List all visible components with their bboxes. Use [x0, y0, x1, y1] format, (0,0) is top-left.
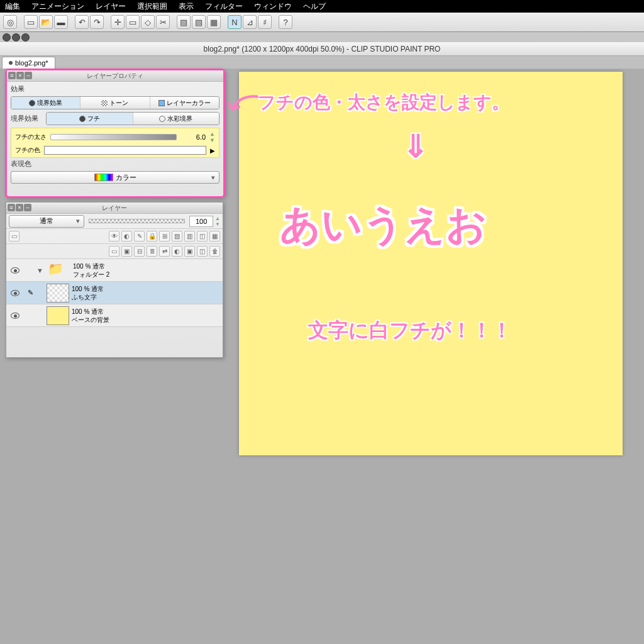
menu-edit[interactable]: 編集	[5, 1, 20, 12]
clip-icon[interactable]: ▭	[9, 231, 19, 242]
close-icon[interactable]	[3, 33, 11, 42]
crosshair-icon[interactable]: ✛	[111, 15, 125, 29]
blend-mode-dropdown[interactable]: 通常	[9, 215, 84, 228]
mask-icon[interactable]: ◐	[121, 231, 132, 242]
minimize-icon[interactable]	[12, 33, 20, 42]
thickness-slider[interactable]	[50, 134, 177, 140]
menu-window[interactable]: ウィンドウ	[254, 1, 292, 12]
ruler2-icon[interactable]: ▨	[172, 231, 182, 242]
layer-row[interactable]: 100 % 通常ベースの背景	[6, 304, 223, 327]
watercolor-button[interactable]: 水彩境界	[133, 113, 219, 125]
erase-icon[interactable]: ◇	[141, 15, 155, 29]
color-arrow-icon[interactable]: ▶	[210, 147, 215, 154]
circle-icon	[29, 100, 35, 106]
crop-icon[interactable]: ✂	[156, 15, 170, 29]
menu-layer[interactable]: レイヤー	[96, 1, 126, 12]
doc-tab[interactable]: blog2.png*	[2, 57, 55, 69]
panel-close-icon[interactable]: ×	[16, 72, 24, 79]
undo-icon[interactable]: ↶	[75, 15, 89, 29]
annotation-sample-text: あいうえお	[280, 197, 487, 252]
save-icon[interactable]: ▬	[54, 15, 68, 29]
chevron-down-icon[interactable]: ▼	[36, 267, 45, 274]
grid3-icon[interactable]: ▦	[207, 15, 221, 29]
blend-mode-value: 通常	[40, 216, 53, 226]
merge-icon[interactable]: ≣	[147, 246, 157, 257]
layer-color-label: レイヤーカラー	[167, 99, 211, 108]
panel-menu-icon[interactable]: ≡	[8, 204, 15, 211]
grid2-icon[interactable]: ▧	[192, 15, 206, 29]
square-icon	[158, 100, 165, 106]
canvas[interactable]: フチの色・太さを設定します。 ⇓ あいうえお 文字に白フチが！！！	[239, 72, 623, 455]
snap-icon[interactable]: N	[228, 15, 242, 29]
watercolor-label: 水彩境界	[167, 114, 192, 123]
lock-icon[interactable]: 🔒	[147, 231, 157, 242]
ruler-icon[interactable]: ⊿	[243, 15, 257, 29]
tab-dot-icon	[9, 61, 13, 65]
transform-icon[interactable]: ▭	[126, 15, 140, 29]
lock2-icon[interactable]: ⊞	[159, 231, 170, 242]
edge-color-well[interactable]	[44, 146, 206, 155]
ref-icon[interactable]: ✎	[134, 231, 145, 242]
maximize-icon[interactable]	[21, 33, 30, 42]
tile-icon[interactable]: ▦	[209, 231, 220, 242]
menu-help[interactable]: ヘルプ	[303, 1, 326, 12]
color-icon[interactable]: ▥	[184, 231, 195, 242]
opacity-value[interactable]: 100	[189, 216, 213, 227]
layer-folder-row[interactable]: ▼ 📁 100 % 通常フォルダー 2	[6, 259, 223, 282]
layer-panel-header[interactable]: ≡×– レイヤー	[6, 203, 223, 214]
guide-icon[interactable]: ♯	[258, 15, 272, 29]
tone-button[interactable]: トーン	[80, 97, 150, 109]
redo-icon[interactable]: ↷	[90, 15, 104, 29]
clipstudio-icon[interactable]: ◎	[3, 15, 17, 29]
spinner-icon[interactable]: ▲▼	[209, 131, 215, 143]
mask2-icon[interactable]: ◐	[172, 246, 182, 257]
panel-header[interactable]: ≡×– レイヤープロパティ	[7, 70, 223, 82]
trash-icon[interactable]: 🗑	[209, 246, 220, 257]
pen-icon: ✎	[28, 289, 33, 297]
expression-dropdown[interactable]: カラー	[11, 171, 219, 184]
menu-filter[interactable]: フィルター	[205, 1, 243, 12]
menu-selection[interactable]: 選択範囲	[137, 1, 167, 12]
panel-min-icon[interactable]: –	[24, 204, 31, 211]
toolbar: ◎ ▭ 📂 ▬ ↶ ↷ ✛ ▭ ◇ ✂ ▨ ▧ ▦ N ⊿ ♯ ?	[0, 13, 644, 32]
menu-view[interactable]: 表示	[179, 1, 194, 12]
palette-icon[interactable]: ◫	[197, 231, 208, 242]
new-icon[interactable]: ▭	[24, 15, 38, 29]
expression-value: カラー	[116, 173, 136, 182]
layer-thumbnail	[47, 284, 69, 303]
frame-icon[interactable]: ◫	[197, 246, 208, 257]
layer-panel-title: レイヤー	[102, 204, 127, 213]
grid1-icon[interactable]: ▨	[177, 15, 191, 29]
layer-row-selected[interactable]: ✎ 100 % 通常ふち文字	[6, 282, 223, 304]
annotation-arrow-down: ⇓	[402, 128, 429, 165]
new-folder-icon[interactable]: ▣	[121, 246, 132, 257]
panel-close-icon[interactable]: ×	[16, 204, 23, 211]
eye-icon[interactable]	[11, 267, 19, 274]
fx-icon[interactable]: 👁	[109, 231, 119, 242]
edge-label: フチ	[87, 114, 100, 123]
panel-title: レイヤープロパティ	[87, 72, 143, 80]
panel-min-icon[interactable]: –	[25, 72, 32, 79]
tab-label: blog2.png*	[15, 59, 48, 67]
new-layer-icon[interactable]: ▭	[109, 246, 119, 257]
transfer-icon[interactable]: ⇄	[159, 246, 170, 257]
gradient-icon	[94, 174, 113, 181]
thickness-value[interactable]: 6.0	[180, 133, 206, 141]
menu-animation[interactable]: アニメーション	[31, 1, 84, 12]
edge-button[interactable]: フチ	[47, 113, 133, 125]
panel-menu-icon[interactable]: ≡	[8, 72, 16, 79]
eye-icon[interactable]	[11, 313, 19, 319]
help-icon[interactable]: ?	[279, 15, 292, 29]
combine-icon[interactable]: ⊟	[134, 246, 145, 257]
camera-icon[interactable]: ▣	[184, 246, 195, 257]
folder-icon: 📁	[48, 261, 70, 280]
folder-label: 100 % 通常フォルダー 2	[73, 262, 109, 279]
layer-label: 100 % 通常ベースの背景	[72, 308, 109, 324]
opacity-slider[interactable]	[89, 219, 185, 223]
eye-icon[interactable]	[11, 290, 19, 296]
open-icon[interactable]: 📂	[39, 15, 53, 29]
spinner-icon[interactable]: ▲▼	[215, 216, 220, 227]
layer-color-button[interactable]: レイヤーカラー	[150, 97, 219, 109]
effect-label: 効果	[11, 84, 42, 94]
border-effect-button[interactable]: 境界効果	[11, 97, 80, 109]
